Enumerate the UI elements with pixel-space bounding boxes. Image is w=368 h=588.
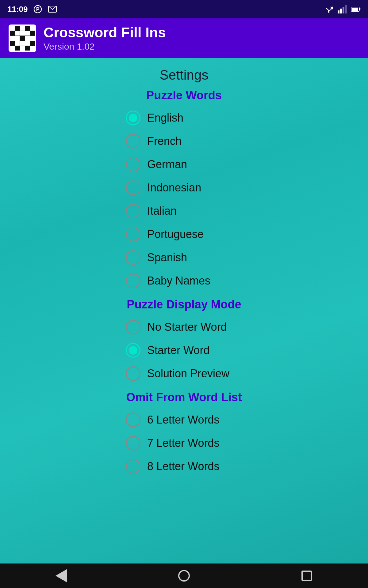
- grid-cell: [25, 41, 30, 46]
- omit-word-list-group: 6 Letter Words 7 Letter Words 8 Letter W…: [0, 409, 368, 477]
- home-icon: [178, 570, 190, 582]
- nav-back-button[interactable]: [49, 564, 74, 588]
- grid-cell: [20, 41, 25, 46]
- radio-solution-preview[interactable]: Solution Preview: [126, 363, 242, 385]
- grid-cell: [15, 26, 20, 31]
- radio-label-no-starter-word: No Starter Word: [147, 321, 227, 334]
- svg-rect-12: [359, 8, 361, 10]
- svg-rect-11: [352, 8, 358, 11]
- radio-english[interactable]: English: [126, 107, 242, 129]
- battery-icon: [351, 4, 361, 14]
- puzzle-display-group: No Starter Word Starter Word Solution Pr…: [0, 316, 368, 385]
- radio-circle-7-letter: [126, 436, 140, 450]
- section-puzzle-words-header: Puzzle Words: [0, 89, 368, 102]
- grid-cell: [15, 41, 20, 46]
- grid-cell: [30, 31, 35, 36]
- radio-circle-portuguese: [126, 227, 140, 242]
- radio-circle-spanish: [126, 250, 140, 265]
- status-right: [324, 4, 361, 14]
- radio-circle-italian: [126, 204, 140, 218]
- radio-7-letter-words[interactable]: 7 Letter Words: [126, 432, 242, 454]
- radio-label-8-letter: 8 Letter Words: [147, 460, 219, 473]
- radio-spanish[interactable]: Spanish: [126, 247, 242, 269]
- svg-text:P: P: [36, 7, 39, 12]
- section-puzzle-display-header: Puzzle Display Mode: [0, 298, 368, 311]
- grid-cell: [25, 26, 30, 31]
- svg-point-3: [328, 11, 330, 13]
- status-left: 11:09 P: [7, 4, 57, 14]
- svg-rect-8: [343, 7, 344, 13]
- app-title-block: Crossword Fill Ins Version 1.02: [44, 25, 166, 52]
- radio-label-french: French: [147, 135, 182, 148]
- app-header: Crossword Fill Ins Version 1.02: [0, 18, 368, 58]
- radio-6-letter-words[interactable]: 6 Letter Words: [126, 409, 242, 431]
- radio-circle-english: [126, 111, 140, 125]
- nav-home-button[interactable]: [172, 564, 196, 588]
- content-wrapper: Settings Puzzle Words English French Ger…: [0, 58, 368, 564]
- radio-starter-word[interactable]: Starter Word: [126, 339, 242, 361]
- radio-italian[interactable]: Italian: [126, 200, 242, 222]
- app-version: Version 1.02: [44, 41, 166, 52]
- radio-label-italian: Italian: [147, 205, 177, 217]
- radio-label-6-letter: 6 Letter Words: [147, 413, 219, 426]
- p-icon: P: [33, 4, 43, 14]
- radio-label-portuguese: Portuguese: [147, 228, 204, 241]
- radio-circle-solution-preview: [126, 366, 140, 381]
- radio-circle-starter-word: [126, 343, 140, 358]
- grid-cell: [10, 41, 15, 46]
- app-logo: [9, 24, 36, 52]
- radio-circle-6-letter: [126, 413, 140, 427]
- grid-cell: [20, 46, 25, 51]
- radio-label-baby-names: Baby Names: [147, 274, 210, 287]
- status-bar: 11:09 P: [0, 0, 368, 18]
- grid-cell: [25, 31, 30, 36]
- radio-8-letter-words[interactable]: 8 Letter Words: [126, 455, 242, 477]
- radio-french[interactable]: French: [126, 130, 242, 152]
- grid-cell: [30, 26, 35, 31]
- grid-cell: [20, 31, 25, 36]
- radio-circle-baby-names: [126, 273, 140, 288]
- svg-rect-7: [340, 9, 342, 13]
- grid-cell: [25, 36, 30, 40]
- radio-german[interactable]: German: [126, 153, 242, 175]
- radio-label-starter-word: Starter Word: [147, 344, 209, 357]
- radio-label-7-letter: 7 Letter Words: [147, 437, 219, 450]
- back-icon: [56, 569, 67, 582]
- grid-cell: [15, 46, 20, 51]
- grid-cell: [15, 31, 20, 36]
- radio-label-english: English: [147, 111, 183, 124]
- grid-cell: [30, 41, 35, 46]
- radio-indonesian[interactable]: Indonesian: [126, 177, 242, 199]
- signal-icon: [337, 4, 347, 14]
- grid-cell: [20, 36, 25, 40]
- wifi-icon: [324, 4, 334, 14]
- grid-cell: [30, 36, 35, 40]
- radio-baby-names[interactable]: Baby Names: [126, 270, 242, 292]
- radio-circle-8-letter: [126, 459, 140, 474]
- mail-icon: [48, 4, 57, 14]
- section-omit-header: Omit From Word List: [0, 391, 368, 404]
- radio-portuguese[interactable]: Portuguese: [126, 223, 242, 245]
- grid-cell: [20, 26, 25, 31]
- crossword-grid: [10, 26, 35, 51]
- grid-cell: [25, 46, 30, 51]
- grid-cell: [30, 46, 35, 51]
- grid-cell: [15, 36, 20, 40]
- radio-label-indonesian: Indonesian: [147, 181, 201, 194]
- navigation-bar: [0, 564, 368, 588]
- radio-circle-no-starter-word: [126, 320, 140, 334]
- radio-no-starter-word[interactable]: No Starter Word: [126, 316, 242, 338]
- svg-rect-6: [338, 10, 339, 13]
- svg-rect-9: [345, 5, 347, 13]
- grid-cell: [10, 26, 15, 31]
- nav-recent-button[interactable]: [294, 564, 319, 588]
- recent-icon: [301, 571, 312, 581]
- radio-label-german: German: [147, 158, 187, 171]
- radio-label-solution-preview: Solution Preview: [147, 367, 229, 380]
- radio-circle-german: [126, 157, 140, 172]
- status-time: 11:09: [7, 5, 28, 14]
- settings-title: Settings: [0, 67, 368, 83]
- puzzle-words-group: English French German Indonesian Italian…: [0, 107, 368, 292]
- grid-cell: [10, 31, 15, 36]
- radio-label-spanish: Spanish: [147, 251, 187, 264]
